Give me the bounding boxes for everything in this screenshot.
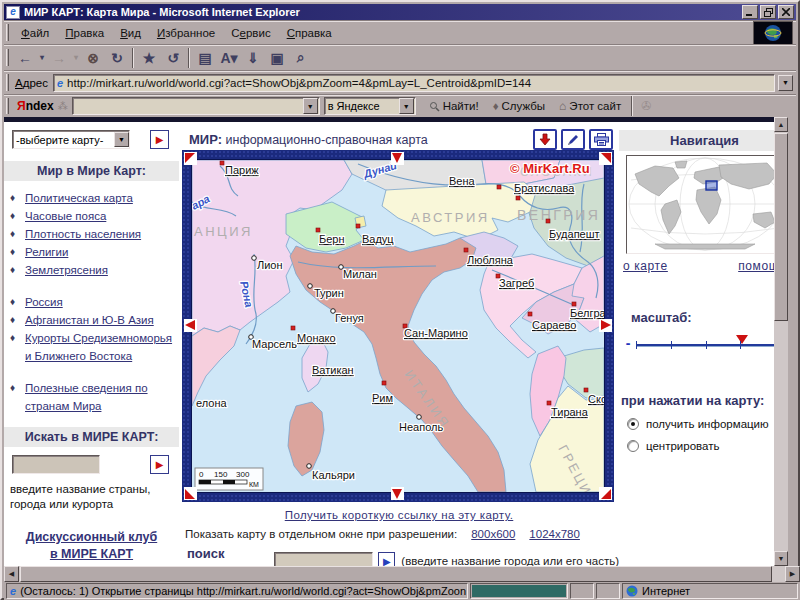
capital-label-Ватикан[interactable]: Ватикан — [312, 364, 354, 376]
city-label-Кальяри[interactable]: Кальяри — [312, 469, 355, 481]
sidebar-link[interactable]: Афганистан и Ю-В Азия — [25, 314, 154, 326]
city-label-Турин[interactable]: Турин — [314, 287, 344, 299]
scroll-right-button[interactable]: ▶ — [785, 566, 800, 582]
vertical-scrollbar[interactable]: ▲ ▼ — [774, 117, 788, 566]
radio-button-selected[interactable] — [627, 418, 639, 430]
map-pan-northeast[interactable] — [599, 152, 612, 165]
radio-button[interactable] — [627, 440, 639, 452]
yandex-engine-select[interactable]: в Яндексе ▼ — [324, 97, 416, 115]
sidebar-search-input[interactable] — [12, 455, 100, 474]
capital-marker-Тирана[interactable] — [547, 401, 551, 405]
capital-marker-Париж[interactable] — [220, 161, 224, 165]
sidebar-link[interactable]: Религии — [25, 246, 68, 258]
scroll-up-button[interactable]: ▲ — [774, 117, 788, 132]
capital-label-Любляна[interactable]: Любляна — [467, 254, 514, 266]
back-icon[interactable]: ← — [13, 47, 37, 69]
map-pan-southwest[interactable] — [184, 487, 197, 500]
menu-grip[interactable] — [6, 24, 9, 40]
resolution-link-1024x780[interactable]: 1024x780 — [529, 528, 580, 540]
map-pan-west[interactable] — [184, 319, 197, 332]
favorites-icon[interactable]: ★ — [137, 47, 161, 69]
city-label-Милан[interactable]: Милан — [343, 268, 377, 280]
sidebar-link[interactable]: Полезные сведения по странам Мира — [25, 382, 148, 412]
horizontal-scrollbar[interactable]: ◀ ▶ — [4, 566, 800, 582]
capital-label-Вадуц[interactable]: Вадуц — [362, 233, 394, 245]
city-search-go-button[interactable]: ▶ — [378, 552, 395, 567]
city-label-елона[interactable]: елона — [196, 397, 227, 409]
vertical-scroll-thumb[interactable] — [774, 133, 788, 321]
address-grip[interactable] — [6, 74, 9, 90]
city-marker-Турин[interactable] — [308, 284, 313, 289]
capital-marker-Скопье[interactable] — [584, 388, 588, 392]
city-marker-Неаполь[interactable] — [417, 415, 422, 420]
capital-label-Скопье[interactable]: Скопье — [588, 393, 604, 405]
toolbar-grip[interactable] — [6, 49, 9, 67]
minimize-button[interactable] — [742, 5, 758, 19]
capital-marker-Вена[interactable] — [497, 185, 501, 189]
back-dropdown-icon[interactable]: ▾ — [37, 47, 47, 69]
close-button[interactable] — [778, 5, 794, 19]
address-dropdown-button[interactable]: ▼ — [778, 75, 793, 91]
search-icon[interactable]: ⌕ — [289, 47, 313, 69]
forward-icon[interactable]: → — [47, 47, 71, 69]
world-map-thumbnail[interactable] — [626, 155, 784, 254]
print-icon[interactable]: ▤ — [193, 47, 217, 69]
capital-label-Вена[interactable]: Вена — [449, 175, 476, 187]
zoom-out-button[interactable]: - — [623, 335, 633, 351]
capital-label-Париж[interactable]: Париж — [225, 164, 259, 176]
capital-label-Тирана[interactable]: Тирана — [551, 406, 589, 418]
menu-сервис[interactable]: Сервис — [223, 24, 278, 42]
map-edit-button[interactable] — [561, 129, 585, 150]
fonts-icon[interactable]: A▾ — [217, 47, 241, 69]
capital-marker-Вадуц[interactable] — [356, 224, 360, 228]
yandex-this-site-button[interactable]: ⌂ Этот сайт — [552, 99, 628, 113]
club-link-line[interactable]: Дискуссионный клуб — [26, 530, 157, 544]
map-pan-south[interactable] — [391, 487, 404, 500]
sidebar-link[interactable]: Курорты Средиземноморья и Ближнего Восто… — [25, 332, 172, 362]
sidebar-link[interactable]: Плотность населения — [25, 228, 141, 240]
sidebar-link[interactable]: Землетрясения — [25, 264, 108, 276]
map-select-go-button[interactable]: ▶ — [150, 130, 169, 149]
about-map-link[interactable]: о карте — [623, 259, 668, 273]
capital-label-Белград[interactable]: Белград — [570, 307, 604, 319]
capital-label-Сан-Марино[interactable]: Сан-Марино — [404, 327, 468, 339]
city-label-Лион[interactable]: Лион — [257, 259, 283, 271]
refresh-icon[interactable]: ↻ — [105, 47, 129, 69]
restore-button[interactable] — [760, 5, 776, 19]
resolution-link-800x600[interactable]: 800x600 — [471, 528, 515, 540]
sidebar-link[interactable]: Политическая карта — [25, 192, 133, 204]
yandex-grip[interactable] — [6, 98, 9, 113]
map-pan-northwest[interactable] — [184, 152, 197, 165]
forward-dropdown-icon[interactable]: ▾ — [71, 47, 81, 69]
sidebar-link[interactable]: Часовые пояса — [25, 210, 106, 222]
capital-marker-Братислава[interactable] — [516, 196, 520, 200]
yandex-engine-dropdown[interactable]: ▼ — [399, 98, 414, 114]
horizontal-scroll-thumb[interactable] — [20, 566, 772, 582]
map-pan-southeast[interactable] — [599, 487, 612, 500]
capital-label-Загреб[interactable]: Загреб — [499, 277, 534, 289]
stop-icon[interactable]: ⊗ — [81, 47, 105, 69]
sidebar-search-go-button[interactable]: ▶ — [150, 455, 169, 474]
menu-справка[interactable]: Справка — [279, 24, 340, 42]
menu-вид[interactable]: Вид — [112, 24, 149, 42]
city-label-Неаполь[interactable]: Неаполь — [399, 421, 443, 433]
capital-label-Берн[interactable]: Берн — [319, 233, 345, 245]
city-search-input[interactable] — [274, 552, 373, 567]
zoom-slider-track[interactable] — [636, 335, 775, 351]
copy-icon[interactable]: ▣ — [265, 47, 289, 69]
club-link-line[interactable]: в МИРЕ КАРТ — [50, 547, 133, 561]
capital-label-Рим[interactable]: Рим — [372, 392, 393, 404]
capital-label-Братислава[interactable]: Братислава — [514, 182, 575, 194]
city-label-Генуя[interactable]: Генуя — [335, 312, 364, 324]
capital-marker-Сараево[interactable] — [528, 312, 532, 316]
city-marker-Лион[interactable] — [252, 256, 257, 261]
map-pan-north[interactable] — [391, 152, 404, 165]
mail-icon[interactable]: ⇓ — [241, 47, 265, 69]
title-bar[interactable]: e МИР КАРТ: Карта Мира - Microsoft Inter… — [4, 4, 796, 20]
capital-marker-Белград[interactable] — [572, 302, 576, 306]
menu-правка[interactable]: Правка — [57, 24, 112, 42]
scroll-left-button[interactable]: ◀ — [4, 566, 19, 582]
map-download-button[interactable] — [533, 129, 557, 150]
yandex-find-button[interactable]: Найти! — [422, 100, 486, 112]
map-pan-east[interactable] — [599, 319, 612, 332]
